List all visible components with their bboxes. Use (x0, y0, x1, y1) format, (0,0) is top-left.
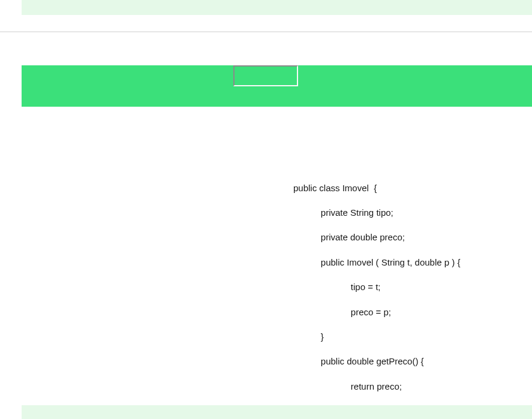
code-line: } (293, 331, 509, 343)
top-pale-band (22, 0, 532, 15)
bottom-pale-band (22, 405, 532, 419)
code-figure: public class Imovel { private String tip… (293, 170, 509, 419)
code-line: public Imovel ( String t, double p ) { (293, 257, 509, 269)
answer-input-box[interactable] (233, 65, 298, 86)
divider-rule (0, 31, 532, 32)
code-line: private String tipo; (293, 207, 509, 219)
code-line: public class Imovel { (293, 182, 509, 195)
code-line: return preco; (293, 381, 509, 393)
code-line: private double preco; (293, 231, 509, 244)
code-line: public double getPreco() { (293, 355, 509, 368)
answer-band (22, 65, 532, 107)
code-line: tipo = t; (293, 281, 509, 294)
code-line: preco = p; (293, 306, 509, 319)
